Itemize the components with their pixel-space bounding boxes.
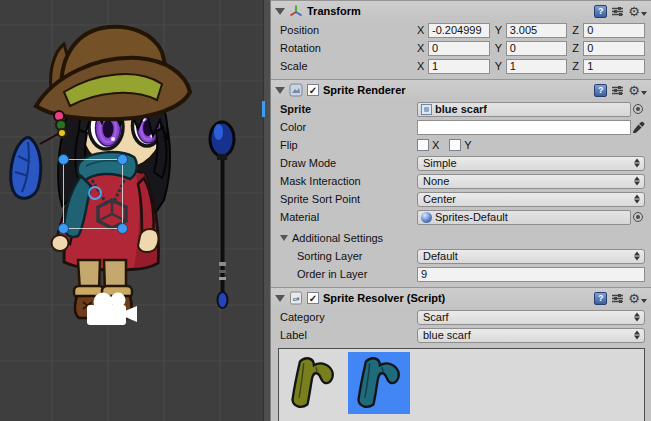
order-in-layer-row: Order in Layer	[271, 265, 651, 283]
field-label: Rotation	[280, 42, 417, 54]
category-value: Scarf	[423, 311, 449, 323]
material-row: Material Sprites-Default	[271, 208, 651, 226]
field-label: Draw Mode	[280, 157, 417, 169]
label-value: blue scarf	[423, 329, 471, 341]
material-object-name: Sprites-Default	[435, 211, 508, 223]
sprite-resolver-header[interactable]: c# ✓ Sprite Resolver (Script) ? ⚙	[271, 288, 651, 308]
scale-y-input[interactable]	[506, 59, 568, 74]
field-label: Label	[280, 329, 417, 341]
transform-component: Transform ? ⚙ Position X Y Z	[271, 0, 651, 79]
sprite-renderer-component: ✓ Sprite Renderer ? ⚙ Sprite	[271, 79, 651, 287]
presets-icon[interactable]	[611, 292, 624, 305]
flip-y-checkbox[interactable]	[449, 139, 461, 151]
field-label: Sorting Layer	[280, 250, 417, 262]
scene-view[interactable]	[0, 0, 263, 421]
draw-mode-dropdown[interactable]: Simple	[417, 156, 645, 171]
sprite-renderer-header[interactable]: ✓ Sprite Renderer ? ⚙	[271, 80, 651, 100]
position-x-input[interactable]	[428, 23, 490, 38]
staff-sprite[interactable]	[210, 122, 234, 308]
additional-settings-header[interactable]: Additional Settings	[271, 229, 651, 247]
foldout-icon[interactable]	[275, 295, 285, 302]
order-in-layer-input[interactable]	[417, 267, 645, 282]
foldout-icon[interactable]	[280, 235, 288, 241]
scale-x-input[interactable]	[428, 59, 490, 74]
category-dropdown[interactable]: Scarf	[417, 310, 645, 325]
character-sprite[interactable]	[11, 27, 190, 318]
selection-handle-br[interactable]	[118, 224, 128, 234]
component-title: Transform	[307, 5, 361, 17]
color-row: Color	[271, 118, 651, 136]
label-row: Label blue scarf	[271, 326, 651, 344]
sorting-layer-dropdown[interactable]: Default	[417, 249, 645, 264]
field-label: Position	[280, 24, 417, 36]
help-icon[interactable]: ?	[594, 5, 607, 18]
field-label: Mask Interaction	[280, 175, 417, 187]
hand-left	[52, 235, 69, 251]
flip-y-label: Y	[464, 139, 471, 151]
category-row: Category Scarf	[271, 308, 651, 326]
scale-z-input[interactable]	[583, 59, 645, 74]
sprite-icon	[421, 104, 432, 115]
flip-row: Flip X Y	[271, 136, 651, 154]
field-label: Sprite	[280, 103, 417, 115]
csharp-script-icon: c#	[289, 291, 303, 305]
selection-handle-bl[interactable]	[59, 224, 69, 234]
sprite-object-field[interactable]: blue scarf	[417, 102, 631, 117]
mask-interaction-value: None	[423, 175, 449, 187]
rotation-z-input[interactable]	[583, 41, 645, 56]
selection-handle-tr[interactable]	[118, 155, 128, 165]
dropdown-arrows-icon	[634, 313, 640, 322]
thumbnail-green-scarf[interactable]	[282, 352, 344, 414]
enabled-checkbox[interactable]: ✓	[307, 84, 319, 96]
object-picker-icon[interactable]	[633, 104, 643, 114]
rotation-row: Rotation X Y Z	[271, 39, 651, 57]
foldout-icon[interactable]	[275, 8, 285, 15]
mask-interaction-dropdown[interactable]: None	[417, 174, 645, 189]
material-object-field[interactable]: Sprites-Default	[417, 210, 631, 225]
prefab-override-marker	[262, 101, 265, 117]
flip-x-label: X	[432, 139, 439, 151]
sprite-sort-point-dropdown[interactable]: Center	[417, 192, 645, 207]
bead-yellow	[58, 129, 66, 137]
enabled-checkbox[interactable]: ✓	[307, 292, 319, 304]
gear-icon[interactable]: ⚙	[628, 84, 647, 97]
sprite-renderer-icon	[289, 83, 303, 97]
field-label: Sprite Sort Point	[280, 193, 417, 205]
mask-interaction-row: Mask Interaction None	[271, 172, 651, 190]
panel-splitter[interactable]	[263, 0, 271, 421]
hand-right	[138, 229, 158, 252]
flip-x-checkbox[interactable]	[417, 139, 429, 151]
field-label: Order in Layer	[280, 268, 417, 280]
axis-y-label: Y	[495, 60, 504, 72]
axis-z-label: Z	[572, 24, 581, 36]
help-icon[interactable]: ?	[594, 84, 607, 97]
axis-x-label: X	[417, 60, 426, 72]
presets-icon[interactable]	[611, 5, 624, 18]
axis-z-label: Z	[572, 60, 581, 72]
color-swatch[interactable]	[417, 120, 631, 135]
sorting-layer-row: Sorting Layer Default	[271, 247, 651, 265]
field-label: Flip	[280, 139, 417, 151]
position-y-input[interactable]	[506, 23, 568, 38]
label-dropdown[interactable]: blue scarf	[417, 328, 645, 343]
position-z-input[interactable]	[583, 23, 645, 38]
gear-icon[interactable]: ⚙	[628, 5, 647, 18]
eyedropper-icon[interactable]	[632, 121, 645, 134]
selection-handle-tl[interactable]	[59, 155, 69, 165]
sprite-selection-grid	[278, 348, 645, 421]
rotation-y-input[interactable]	[506, 41, 568, 56]
help-icon[interactable]: ?	[594, 292, 607, 305]
feather	[11, 137, 41, 198]
object-picker-icon[interactable]	[633, 212, 643, 222]
draw-mode-value: Simple	[423, 157, 457, 169]
gear-icon[interactable]: ⚙	[628, 292, 647, 305]
scale-row: Scale X Y Z	[271, 57, 651, 75]
presets-icon[interactable]	[611, 84, 624, 97]
thumbnail-blue-scarf-selected[interactable]	[348, 352, 410, 414]
transform-header[interactable]: Transform ? ⚙	[271, 1, 651, 21]
inspector-panel: Transform ? ⚙ Position X Y Z	[271, 0, 651, 421]
component-title: Sprite Resolver (Script)	[323, 292, 445, 304]
rotation-x-input[interactable]	[428, 41, 490, 56]
axis-z-label: Z	[572, 42, 581, 54]
foldout-icon[interactable]	[275, 87, 285, 94]
